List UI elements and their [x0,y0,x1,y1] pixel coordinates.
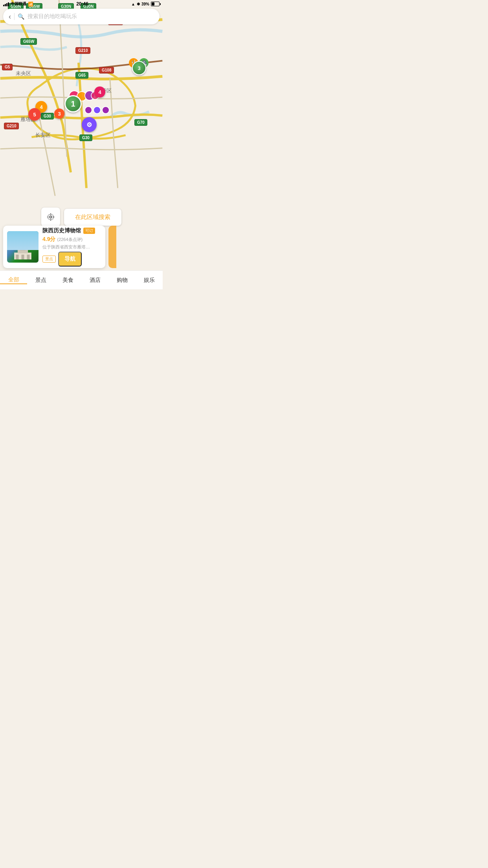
map-pin-4-red[interactable]: 4 [94,86,105,97]
road-label-g70: G70 [134,119,147,126]
road-label-g65: G65 [75,72,88,79]
poi-tag: 景点 [42,256,56,263]
rating-score: 4.9分 [42,236,55,243]
search-bar[interactable]: ‹ 🔍 搜索目的地吃喝玩乐 [3,9,160,24]
bottom-nav: 全部 景点 美食 酒店 购物 娱乐 [0,270,163,289]
svg-rect-12 [22,255,24,259]
location-icon: ▲ [131,2,135,6]
map-pin-5[interactable]: 5 [28,108,41,121]
road-label-g210-mid: G210 [75,47,90,54]
navigate-button[interactable]: 导航 [58,252,82,267]
card-title: 陕西历史博物馆 [42,227,81,234]
battery-icon [151,2,160,6]
battery-percent: 39% [141,2,149,6]
second-card-hint [108,226,116,268]
review-count: (2264条点评) [57,237,83,243]
carrier-label: 中国联通 [11,1,26,7]
status-right: ▲ ✱ 39% [131,2,160,6]
signal-icon [3,2,9,6]
svg-rect-13 [27,255,30,259]
status-bar: 中国联通 📶 20:46 ▲ ✱ 39% [0,0,163,8]
bluetooth-icon: ✱ [137,2,140,6]
map-view[interactable]: G30N G65W G30N G30N G310 G65W G210 G5 G1… [0,0,163,231]
svg-rect-11 [16,255,19,259]
nav-item-hotel[interactable]: 酒店 [81,277,108,284]
place-address: 位于陕西省西安市雁塔区... [42,244,94,250]
place-card-shaanxi-museum[interactable]: 人气第2名 陕西历史博物馆 可订 4.9分 (2264条点评) [3,226,105,268]
svg-point-1 [50,216,52,218]
search-input[interactable]: 搜索目的地吃喝玩乐 [28,13,154,20]
rating-row: 4.9分 (2264条点评) [42,236,101,243]
road-label-g65w-mid: G65W [20,38,37,45]
bookable-badge: 可订 [83,228,95,234]
map-roads-svg [0,0,163,231]
wifi-icon: 📶 [28,2,33,7]
svg-point-2 [48,214,54,220]
nav-item-all[interactable]: 全部 [0,276,27,284]
card-title-row: 陕西历史博物馆 可订 [42,227,101,234]
card-info: 陕西历史博物馆 可订 4.9分 (2264条点评) 位于陕西省西安市雁塔区...… [42,227,101,267]
road-label-g30-bottom: G30 [41,113,54,120]
area-label-weiyang: 未央区 [16,70,31,77]
map-pin-settings[interactable]: ⚙ [82,117,97,132]
map-pin-1[interactable]: 1 [64,95,82,112]
search-icon: 🔍 [18,13,24,20]
nav-item-shopping[interactable]: 购物 [108,277,136,284]
nav-item-food[interactable]: 美食 [54,277,81,284]
nav-item-entertainment[interactable]: 娱乐 [136,277,163,284]
map-pin-3-green[interactable]: 3 [132,61,146,75]
road-label-g108: G108 [99,67,114,74]
nav-item-attraction[interactable]: 景点 [27,277,54,284]
tag-row: 景点 导航 [42,252,101,267]
area-label-changan: 长安区 [35,132,51,139]
road-label-g30-low: G30 [79,134,92,141]
divider [14,13,15,20]
time-display: 20:46 [76,1,88,7]
map-pin-3-orange[interactable]: 3 [54,108,64,119]
road-label-g5: G5 [2,64,13,70]
card-image: 人气第2名 [7,231,39,263]
place-cards-container: 人气第2名 陕西历史博物馆 可订 4.9分 (2264条点评) [0,223,163,270]
back-button[interactable]: ‹ [9,13,11,21]
road-label-g210-low: G210 [4,123,19,129]
status-left: 中国联通 📶 [3,1,33,7]
